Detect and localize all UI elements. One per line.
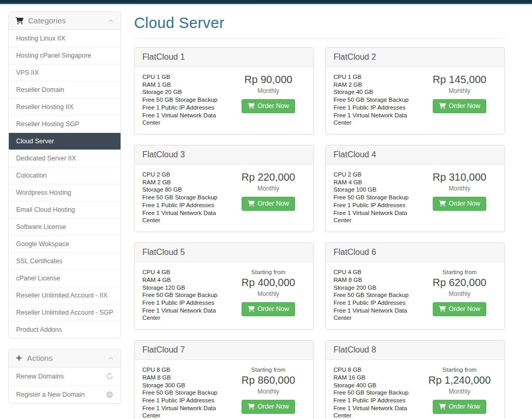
price: Rp 310,000 (433, 171, 486, 183)
actions-panel-header[interactable]: Actions (9, 349, 121, 367)
spec-line: Free 1 Public IP Addresses (142, 104, 231, 112)
cart-icon (248, 103, 255, 109)
spec-line: Free 50 GB Storage Backup (142, 291, 231, 299)
product-specs: CPU 2 GBRAM 4 GBStorage 100 GBFree 50 GB… (334, 171, 422, 224)
spec-line: Free 50 GB Storage Backup (334, 96, 422, 104)
sidebar-item-cpanel-license[interactable]: cPanel License (9, 269, 121, 287)
product-card-flatcloud-2: FlatCloud 2 CPU 1 GBRAM 2 GBStorage 40 G… (325, 47, 505, 134)
action-renew-domains[interactable]: Renew Domains (9, 367, 121, 385)
sidebar-item-colocation[interactable]: Colocation (9, 167, 121, 184)
sidebar-item-software-license[interactable]: Software License (9, 218, 121, 235)
billing-period: Monthly (448, 290, 470, 298)
spec-line: RAM 16 GB (334, 374, 422, 382)
price: Rp 220,000 (242, 171, 295, 183)
order-now-label: Order Now (449, 306, 480, 313)
title-divider (134, 38, 505, 39)
order-now-label: Order Now (449, 403, 480, 410)
sidebar: Categories Hosting Linux IIX Hosting cPa… (8, 11, 121, 404)
chevron-up-icon[interactable] (108, 18, 114, 24)
spec-line: Free 50 GB Storage Backup (142, 389, 231, 397)
product-body: CPU 4 GBRAM 4 GBStorage 120 GBFree 50 GB… (135, 262, 313, 329)
categories-panel-header[interactable]: Categories (9, 12, 121, 30)
sidebar-item-reseller-hosting-iix[interactable]: Reseller Hosting IIX (9, 98, 121, 115)
starting-from-label: Starting from (251, 366, 286, 374)
product-specs: CPU 8 GBRAM 8 GBStorage 300 GBFree 50 GB… (142, 366, 231, 419)
product-name: FlatCloud 7 (135, 341, 313, 360)
spec-line: CPU 8 GB (142, 366, 231, 374)
chevron-up-icon[interactable] (108, 355, 114, 361)
sidebar-item-reseller-domain[interactable]: Reseller Domain (9, 81, 121, 98)
sidebar-item-cloud-server[interactable]: Cloud Server (9, 132, 121, 150)
product-body: CPU 8 GBRAM 16 GBStorage 400 GBFree 50 G… (326, 360, 504, 419)
sidebar-item-google-wokspace[interactable]: Google Wokspace (9, 235, 121, 252)
cart-icon (439, 403, 446, 410)
sidebar-item-hosting-cpanel-singapore[interactable]: Hosting cPanel Singapore (9, 47, 121, 64)
order-now-label: Order Now (258, 200, 289, 207)
spec-line: CPU 2 GB (334, 171, 422, 179)
spec-line: CPU 1 GB (334, 73, 422, 81)
order-now-button[interactable]: Order Now (242, 302, 295, 316)
price-column: Rp 220,000 Monthly Order Now (231, 170, 306, 224)
order-now-label: Order Now (449, 200, 480, 207)
spec-line: Free 1 Virtual Network Data Center (334, 307, 422, 322)
spec-line: Free 50 GB Storage Backup (334, 194, 422, 201)
sidebar-item-reseller-hosting-sgp[interactable]: Reseller Hosting SGP (9, 115, 121, 132)
cart-icon (248, 403, 255, 410)
product-name: FlatCloud 2 (326, 48, 504, 67)
order-now-button[interactable]: Order Now (242, 197, 295, 211)
sidebar-item-email-cloud-hosting[interactable]: Email Cloud Hosting (9, 201, 121, 218)
globe-icon (106, 391, 113, 398)
price: Rp 620,000 (433, 277, 486, 289)
order-now-button[interactable]: Order Now (433, 197, 486, 211)
product-specs: CPU 2 GBRAM 2 GBStorage 80 GBFree 50 GB … (142, 171, 231, 224)
spec-line: Storage 80 GB (142, 186, 231, 194)
top-navigation-bar (0, 0, 532, 4)
product-specs: CPU 8 GBRAM 16 GBStorage 400 GBFree 50 G… (334, 366, 422, 419)
starting-from-label: Starting from (251, 268, 286, 276)
order-now-button[interactable]: Order Now (433, 400, 486, 414)
spec-line: Free 1 Virtual Network Data Center (334, 112, 422, 127)
product-card-flatcloud-5: FlatCloud 5 CPU 4 GBRAM 4 GBStorage 120 … (134, 242, 314, 330)
action-register-new-domain[interactable]: Register a New Domain (9, 385, 121, 403)
product-name: FlatCloud 1 (135, 48, 313, 67)
order-now-label: Order Now (258, 306, 289, 313)
product-specs: CPU 1 GBRAM 1 GBStorage 20 GBFree 50 GB … (142, 73, 231, 127)
billing-period: Monthly (448, 388, 470, 395)
action-renew-domains-label: Renew Domains (16, 373, 64, 380)
spec-line: Free 1 Public IP Addresses (334, 397, 422, 404)
sidebar-item-reseller-unlimited-iix[interactable]: Reseller Unlimited Account - IIX (9, 287, 121, 304)
sidebar-item-reseller-unlimited-sgp[interactable]: Reseller Unlimited Account - SGP (9, 304, 121, 321)
product-name: FlatCloud 6 (326, 243, 504, 262)
price: Rp 400,000 (242, 277, 295, 289)
price-column: Starting from Rp 620,000 Monthly Order N… (422, 268, 497, 322)
order-now-button[interactable]: Order Now (242, 400, 295, 414)
order-now-button[interactable]: Order Now (433, 99, 486, 113)
sidebar-item-dedicated-server-iix[interactable]: Dedicated Server IIX (9, 150, 121, 167)
sidebar-item-hosting-linux-iix[interactable]: Hosting Linux IIX (9, 30, 121, 47)
spec-line: RAM 2 GB (142, 179, 231, 186)
spec-line: Storage 120 GB (142, 284, 231, 292)
product-specs: CPU 1 GBRAM 2 GBStorage 40 GBFree 50 GB … (334, 73, 422, 127)
sidebar-item-product-addons[interactable]: Product Addons (9, 321, 121, 338)
price-column: Rp 90,000 Monthly Order Now (231, 73, 306, 127)
order-now-button[interactable]: Order Now (433, 302, 486, 316)
spec-line: CPU 4 GB (142, 268, 231, 276)
product-specs: CPU 4 GBRAM 4 GBStorage 120 GBFree 50 GB… (142, 268, 231, 322)
product-grid: FlatCloud 1 CPU 1 GBRAM 1 GBStorage 20 G… (134, 47, 505, 419)
product-body: CPU 2 GBRAM 4 GBStorage 100 GBFree 50 GB… (326, 165, 504, 232)
order-now-button[interactable]: Order Now (242, 99, 295, 113)
sidebar-item-vps-iix[interactable]: VPS IIX (9, 64, 121, 81)
spec-line: RAM 8 GB (142, 374, 231, 382)
product-body: CPU 1 GBRAM 2 GBStorage 40 GBFree 50 GB … (326, 67, 504, 134)
billing-period: Monthly (448, 87, 470, 94)
cart-icon (248, 306, 255, 312)
categories-panel: Categories Hosting Linux IIX Hosting cPa… (8, 11, 121, 339)
billing-period: Monthly (257, 388, 279, 395)
spec-line: Free 50 GB Storage Backup (334, 389, 422, 397)
price-column: Starting from Rp 400,000 Monthly Order N… (231, 268, 306, 322)
billing-period: Monthly (448, 185, 470, 192)
spec-line: RAM 2 GB (334, 81, 422, 89)
sidebar-item-wordpress-hosting[interactable]: Wordpress Hosting (9, 184, 121, 201)
spec-line: Storage 20 GB (142, 88, 231, 96)
sidebar-item-ssl-certificates[interactable]: SSL Certificates (9, 252, 121, 269)
